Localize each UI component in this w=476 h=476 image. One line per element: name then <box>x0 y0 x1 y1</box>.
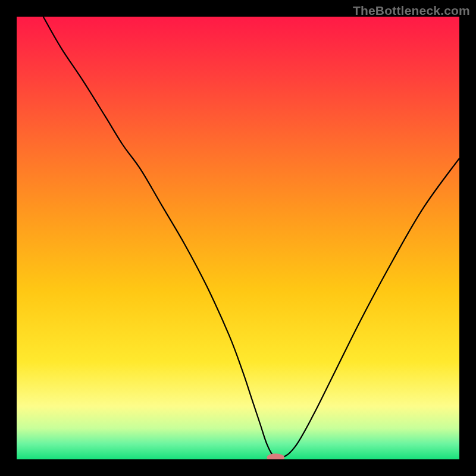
gradient-background <box>17 17 459 459</box>
chart-svg <box>17 17 459 459</box>
plot-area <box>17 17 459 459</box>
watermark-text: TheBottleneck.com <box>353 4 470 18</box>
chart-frame: TheBottleneck.com <box>0 0 476 476</box>
